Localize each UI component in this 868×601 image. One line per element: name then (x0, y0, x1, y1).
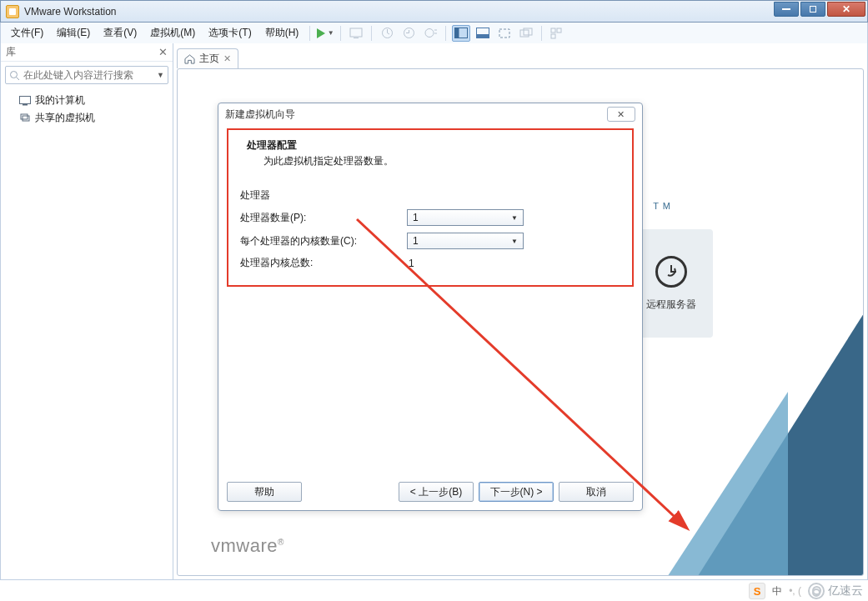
window-controls: ✕ (772, 2, 865, 17)
close-button[interactable]: ✕ (827, 2, 865, 17)
chevron-down-icon[interactable]: ▼ (157, 71, 164, 79)
library-header: 库 (6, 45, 158, 59)
svg-rect-13 (524, 28, 532, 35)
clock-back-icon (403, 27, 415, 39)
separator (309, 26, 310, 41)
clock-icon (381, 27, 394, 39)
screenshot-watermark: S 中 •, ( 亿速云 (744, 581, 868, 601)
select-value: 1 (413, 212, 419, 223)
tree-item-label: 共享的虚拟机 (35, 111, 95, 125)
svg-rect-22 (23, 116, 29, 121)
processors-group-header: 处理器 (240, 188, 620, 203)
tree-item-my-computer[interactable]: 我的计算机 (4, 92, 169, 109)
screenshot-button[interactable] (347, 25, 365, 42)
library-search-input[interactable] (23, 69, 157, 81)
ime-indicator: 中 (772, 584, 782, 598)
cores-per-processor-select[interactable]: 1 ▼ (407, 233, 524, 249)
snapshot-take-button[interactable] (378, 25, 396, 42)
new-vm-wizard-dialog: 新建虚拟机向导 ✕ 处理器配置 为此虚拟机指定处理器数量。 处理器 处理器数量(… (218, 103, 643, 511)
processors-count-label: 处理器数量(P): (240, 211, 407, 225)
menu-tabs[interactable]: 选项卡(T) (202, 23, 258, 43)
grid-icon (550, 28, 564, 39)
chevron-down-icon: ▼ (509, 213, 520, 223)
main-area: 主页 ✕ T M 远程服务器 vmware® 新建虚拟机向导 ✕ (173, 43, 867, 579)
svg-rect-20 (23, 104, 28, 106)
library-tree: 我的计算机 共享的虚拟机 (1, 88, 173, 130)
svg-point-4 (425, 29, 434, 38)
home-pane: T M 远程服务器 vmware® 新建虚拟机向导 ✕ 处理器配置 (177, 68, 864, 576)
total-cores-value: 1 (409, 258, 414, 269)
fullscreen-icon (498, 28, 511, 39)
svg-rect-21 (21, 114, 28, 119)
library-close-icon[interactable]: ✕ (158, 46, 168, 58)
processors-count-select[interactable]: 1 ▼ (407, 209, 524, 226)
menu-help[interactable]: 帮助(H) (258, 23, 306, 43)
svg-line-18 (17, 77, 20, 80)
svg-rect-12 (520, 30, 529, 37)
search-icon (9, 70, 20, 81)
app-icon (6, 5, 19, 18)
tree-item-label: 我的计算机 (35, 93, 85, 108)
svg-rect-11 (499, 29, 509, 38)
select-value: 1 (413, 235, 419, 247)
svg-rect-16 (551, 34, 555, 38)
library-toggle-button[interactable] (548, 25, 566, 42)
view-console-button[interactable] (474, 25, 492, 42)
separator (445, 26, 446, 41)
yisu-watermark: 亿速云 (808, 583, 863, 599)
card-label: 远程服务器 (646, 298, 696, 312)
svg-point-17 (11, 71, 18, 78)
menu-edit[interactable]: 编辑(E) (50, 23, 97, 43)
wizard-close-button[interactable]: ✕ (607, 107, 635, 122)
wizard-help-button[interactable]: 帮助 (227, 482, 302, 502)
svg-rect-10 (477, 34, 489, 38)
svg-rect-0 (350, 28, 362, 37)
menu-file[interactable]: 文件(F) (4, 23, 50, 43)
library-search-box[interactable]: ▼ (5, 66, 168, 84)
svg-rect-14 (551, 28, 555, 33)
menu-vm[interactable]: 虚拟机(M) (143, 23, 202, 43)
snapshot-manager-button[interactable] (421, 25, 439, 42)
svg-rect-8 (455, 28, 459, 38)
snapshot-revert-button[interactable] (399, 25, 418, 42)
separator (541, 26, 542, 41)
menubar: 文件(F) 编辑(E) 查看(V) 虚拟机(M) 选项卡(T) 帮助(H) ▼ (0, 23, 868, 43)
tab-label: 主页 (199, 52, 219, 66)
tree-item-shared-vms[interactable]: 共享的虚拟机 (4, 109, 169, 127)
vmware-logo: vmware® (211, 535, 284, 557)
view-thumbnail-button[interactable] (452, 25, 470, 42)
tabbar: 主页 ✕ (173, 47, 867, 68)
unity-icon (519, 28, 533, 39)
unity-button[interactable] (517, 25, 535, 42)
decoration-triangle (663, 392, 788, 576)
chevron-down-icon: ▼ (509, 236, 520, 246)
menu-view[interactable]: 查看(V) (97, 23, 143, 43)
wizard-section-subtitle: 为此虚拟机指定处理器数量。 (263, 154, 620, 168)
wizard-back-button[interactable]: < 上一步(B) (399, 482, 474, 502)
separator (340, 26, 341, 41)
layout-bottom-icon (476, 28, 489, 38)
trademark-label: T M (653, 201, 671, 211)
play-icon (317, 28, 325, 38)
tab-close-icon[interactable]: ✕ (223, 53, 231, 64)
chevron-down-icon: ▼ (328, 28, 334, 38)
wizard-title: 新建虚拟机向导 (225, 108, 607, 122)
minimize-button[interactable] (774, 2, 799, 17)
wizard-next-button[interactable]: 下一步(N) > (479, 482, 554, 502)
home-icon (184, 54, 195, 64)
separator (371, 26, 372, 41)
computer-icon (19, 96, 31, 106)
total-cores-label: 处理器内核总数: (240, 256, 407, 270)
monitor-icon (349, 28, 363, 39)
fullscreen-button[interactable] (495, 25, 514, 42)
wizard-highlight-box: 处理器配置 为此虚拟机指定处理器数量。 处理器 处理器数量(P): 1 ▼ 每个… (227, 128, 634, 287)
layout-sidebar-icon (454, 28, 468, 38)
tab-home[interactable]: 主页 ✕ (177, 48, 238, 68)
connect-icon (655, 256, 687, 288)
maximize-button[interactable] (800, 2, 825, 17)
wizard-cancel-button[interactable]: 取消 (559, 482, 634, 502)
titlebar: VMware Workstation ✕ (0, 0, 868, 23)
svg-rect-19 (20, 96, 31, 103)
power-on-button[interactable]: ▼ (316, 25, 334, 42)
svg-rect-15 (557, 28, 561, 33)
